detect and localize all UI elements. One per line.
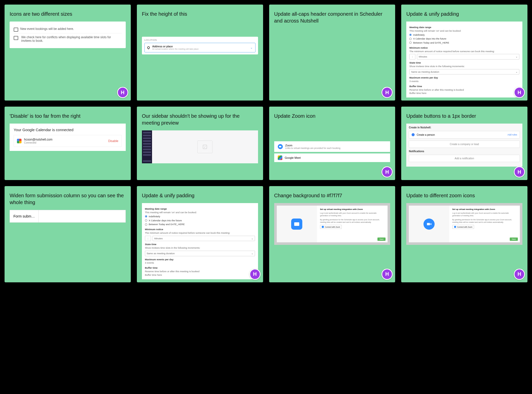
form-sub: Reserve time before or after this meetin… — [409, 88, 519, 92]
location-select[interactable]: Address or place An actual location wher… — [144, 43, 256, 52]
sidebar-item — [143, 151, 151, 153]
radio-option[interactable]: X Calendar days into the future — [409, 37, 519, 41]
form-heading: Minimum notice — [409, 46, 519, 50]
increment-select[interactable]: Same as meeting duration⌄ — [409, 69, 519, 75]
avatar[interactable]: H — [381, 269, 393, 280]
option-sub: An actual location where the meeting wil… — [152, 48, 199, 50]
integration-name: Google Meet — [285, 156, 301, 159]
avatar[interactable]: H — [381, 87, 393, 98]
unit-select[interactable]: Minutes⌄ — [153, 236, 255, 241]
form-heading: Maximum events per day — [145, 258, 255, 261]
increment-select[interactable]: Same as meeting duration⌄ — [145, 251, 255, 256]
form-value: 3 events — [145, 261, 255, 265]
google-icon — [17, 139, 22, 143]
card[interactable]: Change background to #f7f7f7 Set up virt… — [269, 186, 395, 282]
settings-form-preview: Meeting date range This meeting will rem… — [142, 203, 258, 279]
connect-zoom-button[interactable]: Connect with Zoom — [320, 225, 342, 229]
save-button[interactable]: Save — [510, 238, 518, 241]
card[interactable]: Widen form submission column so you can … — [5, 186, 131, 282]
zoom-icon — [291, 219, 302, 230]
modal-title: Set up virtual meeting integration with … — [320, 208, 385, 210]
add-notification-button[interactable]: Add a notification — [409, 155, 520, 162]
card[interactable]: Icons are two different sizes New event … — [5, 5, 131, 101]
card-title: Update Zoom icon — [274, 113, 390, 120]
add-rules-link[interactable]: Add rules — [507, 133, 517, 136]
number-input[interactable]: : — [409, 54, 415, 60]
section-label: LOCATION — [144, 39, 256, 41]
integration-name: Zoom — [285, 144, 341, 147]
avatar[interactable]: H — [514, 87, 525, 98]
radio-option[interactable]: Indefinitely — [409, 33, 519, 37]
panel-text: New event bookings will be added here. — [20, 27, 74, 31]
form-heading: State time — [145, 243, 255, 246]
avatar[interactable]: H — [381, 166, 393, 178]
card[interactable]: Update to different zoom icons Set up vi… — [401, 186, 527, 282]
calendar-icon — [14, 36, 18, 41]
modal-preview: Set up virtual meeting integration with … — [406, 203, 522, 245]
card[interactable]: 'Disable' is too far from the right Your… — [5, 107, 131, 180]
chevron-down-icon: ⌄ — [516, 55, 518, 58]
radio-option[interactable]: X Calendar days into the future — [145, 219, 255, 222]
form-sub: The minimum amount of notice required be… — [409, 50, 519, 53]
modal-preview: Set up virtual meeting integration with … — [274, 203, 390, 245]
dropzone: ✓ — [197, 141, 212, 153]
sidebar-item — [143, 149, 151, 150]
panel-text: We check here for conflicts when display… — [21, 35, 122, 43]
form-heading: Meeting date range — [145, 207, 255, 211]
form-value: 3 events — [409, 80, 519, 83]
card-title: Icons are two different sizes — [10, 11, 126, 17]
card-title: Update buttons to a 1px border — [406, 113, 522, 120]
chevron-down-icon: ⌄ — [516, 70, 518, 74]
sidebar-item — [143, 137, 151, 139]
avatar[interactable]: H — [514, 166, 525, 178]
table-preview: Form subm… — [10, 210, 126, 223]
radio-icon — [409, 34, 412, 36]
card[interactable]: Update buttons to a 1px border Create in… — [401, 107, 527, 180]
gcal-heading: Your Google Calendar is connected — [14, 128, 122, 132]
pin-icon — [147, 46, 150, 49]
radio-icon — [409, 42, 412, 44]
radio-icon — [145, 223, 147, 226]
sidebar-item — [143, 140, 151, 142]
connect-zoom-button[interactable]: Connect with Zoom — [452, 225, 474, 229]
create-person-button[interactable]: Create a person Add rules — [409, 131, 520, 139]
person-icon — [412, 133, 415, 136]
zoom-icon — [322, 226, 324, 228]
number-input[interactable]: : — [145, 236, 151, 241]
create-company-button[interactable]: Create a company or lead — [409, 141, 520, 148]
card[interactable]: Our sidebar shouldn't be showing up for … — [137, 107, 263, 180]
card[interactable]: Update all-caps header component in Sche… — [269, 5, 395, 101]
google-meet-icon — [278, 155, 282, 160]
avatar[interactable]: H — [514, 269, 525, 280]
zoom-icon — [278, 144, 283, 149]
form-sub: The minimum amount of notice required be… — [145, 231, 255, 235]
card[interactable]: Update & unify padding Meeting date rang… — [137, 186, 263, 282]
radio-option[interactable]: Between Today and DATE_HERE — [145, 223, 255, 226]
unit-select[interactable]: Minutes⌄ — [417, 54, 519, 60]
location-panel: LOCATION Address or place An actual loca… — [142, 37, 258, 54]
modal-text: By granting permission for the Scheduler… — [320, 219, 385, 224]
sidebar-item — [143, 135, 151, 136]
chevron-down-icon: ⌄ — [251, 252, 253, 255]
save-button[interactable]: Save — [377, 238, 386, 241]
form-heading: Buffer time — [409, 85, 519, 88]
avatar[interactable]: H — [117, 87, 128, 98]
radio-option[interactable]: Indefinitely — [145, 215, 255, 218]
form-heading: Meeting date range — [409, 26, 519, 29]
radio-option[interactable]: Between Today and DATE_HERE — [409, 41, 519, 45]
card-grid: Icons are two different sizes New event … — [5, 5, 527, 282]
card-title: Widen form submission column so you can … — [10, 192, 126, 206]
card[interactable]: Update & unify padding Meeting date rang… — [401, 5, 527, 101]
card[interactable]: Update Zoom icon Zoom Links to virtual m… — [269, 107, 395, 180]
sidebar-item — [143, 143, 151, 145]
integration-row[interactable]: Google Meet — [274, 153, 390, 162]
card-title: 'Disable' is too far from the right — [10, 113, 126, 120]
account-email: hcoon@nutshell.com — [24, 138, 52, 141]
integration-row[interactable]: Zoom Links to virtual meetings are provi… — [274, 141, 390, 152]
empty-cell — [39, 210, 125, 222]
disable-link[interactable]: Disable — [108, 139, 118, 143]
modal-text: Log in and authenticate with your Zoom a… — [452, 212, 517, 217]
form-sub: Show invitees time slots in the followin… — [409, 65, 519, 68]
avatar[interactable]: H — [249, 269, 261, 280]
card[interactable]: Fix the height of this LOCATION Address … — [137, 5, 263, 101]
